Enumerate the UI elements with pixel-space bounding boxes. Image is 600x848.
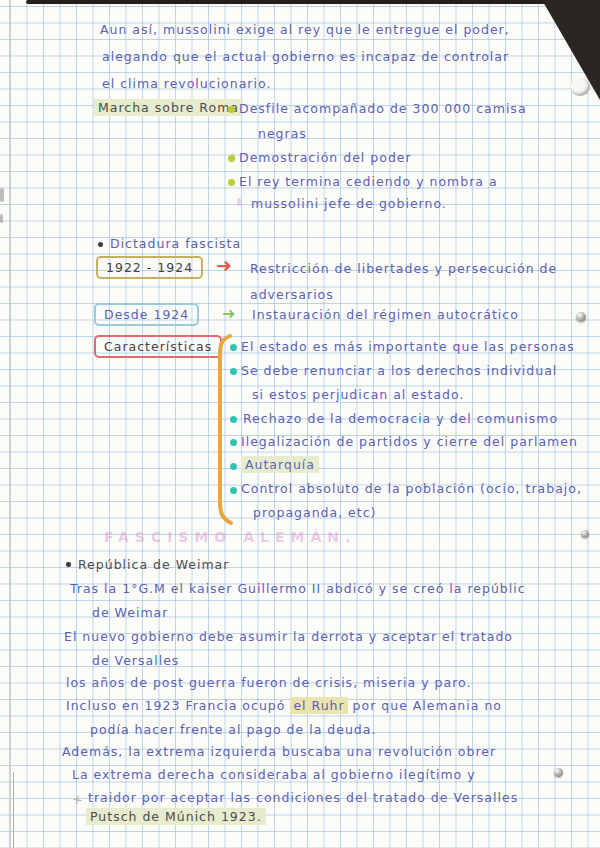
note-line: Instauración del régimen autocrático [252, 307, 519, 323]
note-line: Además, la extrema izquierda buscaba una… [62, 744, 496, 760]
paper-left-edge [9, 0, 10, 848]
bullet-icon [228, 106, 235, 113]
ruhr-highlight: el Ruhr [290, 697, 347, 714]
putsch-highlight: Putsch de Múnich 1923. [86, 808, 266, 825]
arrow-icon: ➜ [222, 304, 235, 323]
scan-top-edge [26, 0, 550, 4]
note-line: Ilegalización de partidos y cierre del p… [241, 434, 578, 450]
bullet-icon [230, 487, 237, 494]
bullet-icon [230, 368, 237, 375]
notebook-page: + Aun así, mussolini exige al rey que le… [0, 0, 600, 848]
pink-mark [237, 198, 241, 206]
bullet-icon [228, 179, 235, 186]
edge-mark [0, 188, 4, 202]
ruhr-line-pre: Incluso en 1923 Francia ocupó [66, 698, 290, 713]
bullet-icon [230, 344, 237, 351]
erased-heading: FASCISMO ALEMÁN. [104, 529, 356, 545]
period-box-desde-1924: Desde 1924 [94, 303, 199, 326]
paper-left-edge-line [13, 772, 14, 848]
note-line: el clima revolucionario. [102, 76, 271, 92]
putsch-line: Putsch de Múnich 1923. [86, 809, 266, 825]
note-line: Autarquía [241, 457, 319, 473]
note-line: los años de post guerra fueron de crisis… [66, 675, 471, 691]
note-line: Rechazo de la democracia y del comunismo [243, 411, 558, 427]
note-line: adversarios [250, 287, 334, 303]
pencil-mark: + [71, 791, 85, 808]
dust-speck [581, 530, 589, 538]
note-line: Tras la 1°G.M el kaiser Guillermo II abd… [70, 581, 526, 597]
note-line: de Weimar [92, 605, 168, 621]
note-line: Demostración del poder [239, 150, 412, 166]
marcha-label: Marcha sobre Roma [94, 100, 243, 116]
ruhr-line-post: por que Alemania no [348, 698, 502, 713]
section-heading: Dictadura fascista [110, 236, 241, 252]
note-line: El rey termina cediendo y nombra a [239, 174, 498, 190]
bullet-icon [230, 463, 237, 470]
autarquia-highlight: Autarquía [241, 456, 319, 473]
note-line: negras [258, 126, 307, 142]
caracteristicas-box: Características [94, 335, 222, 358]
note-line: mussolini jefe de gobierno. [251, 196, 447, 212]
note-line: si estos perjudican al estado. [252, 387, 464, 403]
note-line: de Versalles [92, 653, 179, 669]
note-line: Control absoluto de la población (ocio, … [241, 481, 582, 497]
dust-speck [554, 768, 563, 777]
corner-notch [570, 78, 590, 96]
bullet-icon [98, 242, 103, 247]
bullet-icon [228, 155, 235, 162]
note-line: podía hacer frente al pago de la deuda. [90, 722, 376, 738]
note-line: Aun así, mussolini exige al rey que le e… [100, 22, 510, 38]
arrow-icon: ➜ [216, 256, 232, 275]
note-line: Restricción de libertades y persecución … [250, 261, 557, 277]
bullet-icon [230, 439, 237, 446]
note-line: Incluso en 1923 Francia ocupó el Ruhr po… [66, 698, 502, 714]
section-heading: República de Weimar [78, 557, 229, 573]
bullet-icon [230, 416, 237, 423]
note-line: El nuevo gobierno debe asumir la derrota… [64, 629, 513, 645]
note-line: traidor por aceptar las condiciones del … [88, 790, 518, 806]
note-line: alegando que el actual gobierno es incap… [102, 49, 509, 65]
note-line: La extrema derecha consideraba al gobier… [72, 767, 476, 783]
bullet-icon [66, 562, 71, 567]
period-box-1922-1924: 1922 - 1924 [96, 256, 203, 279]
note-line: El estado es más importante que las pers… [241, 339, 575, 355]
note-line: Desfile acompañado de 300 000 camisa [239, 101, 527, 117]
note-line: propaganda, etc) [253, 505, 376, 521]
note-line: Se debe renunciar a los derechos individ… [241, 363, 557, 379]
curly-brace [214, 333, 234, 527]
dust-speck [576, 312, 586, 322]
edge-mark [0, 214, 3, 223]
marcha-label-text: Marcha sobre Roma [94, 99, 243, 116]
